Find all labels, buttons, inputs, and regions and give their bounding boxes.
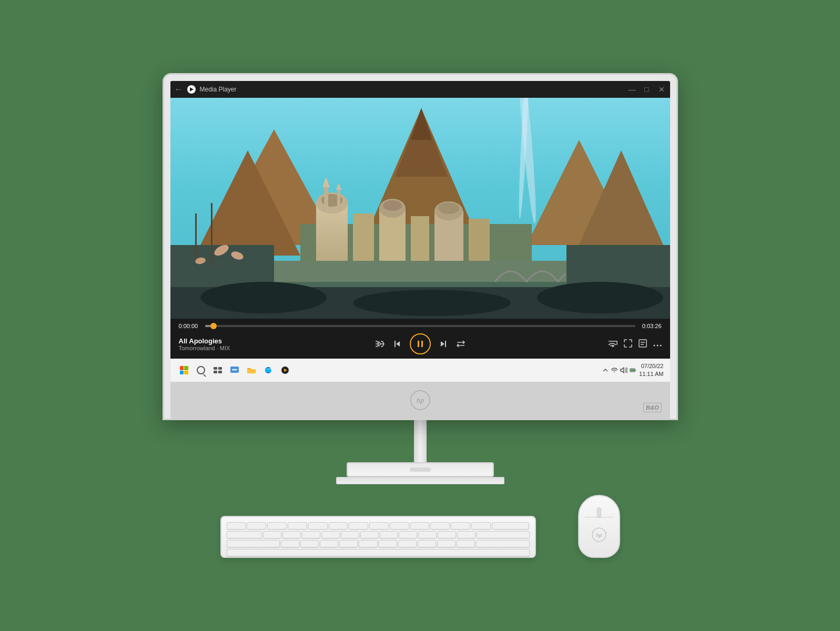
key[interactable] xyxy=(437,540,456,547)
media-player-icon xyxy=(187,85,196,94)
key-enter[interactable] xyxy=(476,540,529,547)
key[interactable] xyxy=(418,531,437,538)
key[interactable] xyxy=(379,540,397,547)
previous-button[interactable] xyxy=(393,340,401,348)
maximize-button[interactable]: □ xyxy=(643,85,651,94)
key[interactable] xyxy=(359,540,377,547)
next-button[interactable] xyxy=(439,340,448,348)
track-subtitle: Tomorrowland · MIX xyxy=(179,345,340,351)
key-backspace[interactable] xyxy=(492,522,530,530)
play-pause-button[interactable] xyxy=(410,333,431,354)
explorer-icon xyxy=(247,366,256,374)
svg-text:hp: hp xyxy=(596,533,602,538)
search-taskbar-button[interactable] xyxy=(194,363,208,378)
edge-button[interactable] xyxy=(261,363,276,378)
keyboard[interactable] xyxy=(220,516,536,558)
video-area xyxy=(170,98,670,319)
more-button[interactable] xyxy=(653,340,662,348)
key[interactable] xyxy=(451,522,470,530)
key[interactable] xyxy=(399,531,417,538)
chat-button[interactable] xyxy=(227,363,242,378)
wifi-icon xyxy=(611,367,618,373)
progress-thumb[interactable] xyxy=(210,323,217,329)
landscape-svg xyxy=(170,98,670,319)
key[interactable] xyxy=(320,540,338,547)
minimize-button[interactable]: — xyxy=(628,85,636,94)
mouse-scroll-wheel[interactable] xyxy=(597,507,601,518)
svg-rect-25 xyxy=(337,187,340,208)
svg-point-37 xyxy=(200,282,327,313)
key[interactable] xyxy=(329,522,348,530)
progress-area: 0:00:00 0:03:26 xyxy=(179,323,662,329)
playback-controls xyxy=(340,333,501,354)
key-enter-top[interactable] xyxy=(477,531,530,538)
time-total: 0:03:26 xyxy=(641,323,662,329)
close-button[interactable]: ✕ xyxy=(657,85,666,94)
key-tab[interactable] xyxy=(227,531,262,538)
key[interactable] xyxy=(339,540,358,547)
chevron-up-icon[interactable] xyxy=(602,367,609,373)
key[interactable] xyxy=(281,540,299,547)
title-bar-left: ← Media Player xyxy=(175,85,237,94)
task-view-button[interactable] xyxy=(210,363,225,378)
repeat-button[interactable] xyxy=(456,340,465,348)
key-spacebar[interactable] xyxy=(227,549,530,556)
taskbar-left xyxy=(177,363,292,378)
system-clock[interactable]: 07/20/22 11:11 AM xyxy=(639,362,663,379)
monitor-stand-base xyxy=(347,462,494,477)
date-display: 07/20/22 xyxy=(639,362,663,370)
track-title: All Apologies xyxy=(179,337,340,345)
speaker-bar: hp B&O xyxy=(170,382,670,419)
monitor: ← Media Player — □ ✕ xyxy=(163,73,678,420)
svg-rect-48 xyxy=(214,371,217,373)
key[interactable] xyxy=(227,522,246,530)
key[interactable] xyxy=(398,540,417,547)
fullscreen-button[interactable] xyxy=(624,339,632,349)
key[interactable] xyxy=(263,531,281,538)
key[interactable] xyxy=(349,522,368,530)
edge-icon xyxy=(264,365,273,375)
key[interactable] xyxy=(288,522,307,530)
key[interactable] xyxy=(360,531,379,538)
media-player-taskbar-button[interactable] xyxy=(278,363,292,378)
playlist-button[interactable] xyxy=(639,339,647,349)
key-row-1 xyxy=(227,522,530,530)
start-button[interactable] xyxy=(177,363,191,378)
key[interactable] xyxy=(438,531,456,538)
svg-point-44 xyxy=(656,345,658,347)
key[interactable] xyxy=(471,522,491,530)
controls-main: All Apologies Tomorrowland · MIX xyxy=(179,333,662,354)
bo-logo: B&O xyxy=(643,403,661,412)
key[interactable] xyxy=(300,540,319,547)
key[interactable] xyxy=(267,522,287,530)
key[interactable] xyxy=(457,540,475,547)
key[interactable] xyxy=(302,531,320,538)
key[interactable] xyxy=(390,522,409,530)
svg-point-52 xyxy=(234,369,235,371)
key[interactable] xyxy=(308,522,328,530)
key[interactable] xyxy=(430,522,450,530)
svg-point-53 xyxy=(235,369,237,371)
svg-point-21 xyxy=(383,200,402,211)
cast-button[interactable] xyxy=(608,340,618,349)
key[interactable] xyxy=(341,531,359,538)
shuffle-button[interactable] xyxy=(375,340,384,348)
svg-point-39 xyxy=(537,282,663,313)
hp-logo: hp xyxy=(410,390,431,411)
back-button[interactable]: ← xyxy=(175,85,183,94)
monitor-stand-neck xyxy=(414,420,427,462)
key-caps[interactable] xyxy=(227,540,280,547)
explorer-button[interactable] xyxy=(244,363,259,378)
key[interactable] xyxy=(410,522,430,530)
svg-point-22 xyxy=(438,202,459,214)
key[interactable] xyxy=(369,522,389,530)
key[interactable] xyxy=(418,540,436,547)
key[interactable] xyxy=(247,522,266,530)
mouse[interactable]: hp xyxy=(578,495,620,558)
video-background xyxy=(170,98,670,319)
key[interactable] xyxy=(380,531,398,538)
key[interactable] xyxy=(457,531,475,538)
progress-bar[interactable] xyxy=(205,325,635,327)
key[interactable] xyxy=(282,531,301,538)
key[interactable] xyxy=(321,531,340,538)
